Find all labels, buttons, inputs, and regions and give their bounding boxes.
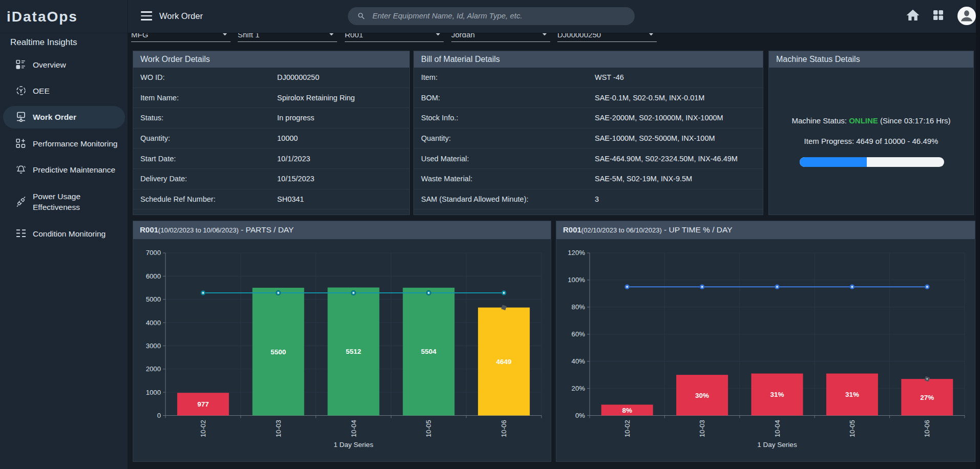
svg-text:977: 977 <box>197 400 209 408</box>
svg-text:2000: 2000 <box>146 365 161 373</box>
svg-text:120%: 120% <box>568 249 585 257</box>
svg-text:30%: 30% <box>695 392 709 399</box>
svg-text:5512: 5512 <box>346 348 361 355</box>
svg-text:10-06: 10-06 <box>923 420 931 437</box>
svg-text:10-04: 10-04 <box>350 420 358 437</box>
svg-text:6000: 6000 <box>146 272 161 280</box>
svg-text:4649: 4649 <box>496 358 512 366</box>
svg-text:100%: 100% <box>568 276 585 284</box>
svg-text:31%: 31% <box>770 391 784 398</box>
svg-text:10-03: 10-03 <box>275 420 282 437</box>
svg-text:60%: 60% <box>572 330 586 338</box>
svg-text:80%: 80% <box>572 303 586 311</box>
svg-text:0: 0 <box>157 412 161 419</box>
svg-text:7000: 7000 <box>146 249 161 257</box>
svg-text:20%: 20% <box>572 385 586 392</box>
svg-text:10-04: 10-04 <box>774 420 781 437</box>
svg-text:27%: 27% <box>920 394 934 401</box>
svg-text:10-02: 10-02 <box>199 420 207 437</box>
svg-text:40%: 40% <box>572 357 586 365</box>
svg-text:4000: 4000 <box>146 319 161 327</box>
svg-text:5500: 5500 <box>270 348 286 356</box>
svg-text:31%: 31% <box>845 391 859 398</box>
svg-text:5504: 5504 <box>421 348 437 355</box>
svg-text:10-02: 10-02 <box>623 420 631 437</box>
svg-text:8%: 8% <box>622 407 632 414</box>
svg-text:10-05: 10-05 <box>425 420 432 437</box>
svg-text:0%: 0% <box>575 412 585 419</box>
svg-text:1 Day Series: 1 Day Series <box>333 441 373 449</box>
svg-text:3000: 3000 <box>146 342 161 350</box>
svg-text:1000: 1000 <box>146 389 161 396</box>
svg-text:10-03: 10-03 <box>698 420 706 437</box>
svg-text:10-05: 10-05 <box>848 420 856 437</box>
svg-text:1 Day Series: 1 Day Series <box>757 441 797 449</box>
svg-text:10-06: 10-06 <box>500 420 508 437</box>
svg-text:5000: 5000 <box>146 295 161 303</box>
